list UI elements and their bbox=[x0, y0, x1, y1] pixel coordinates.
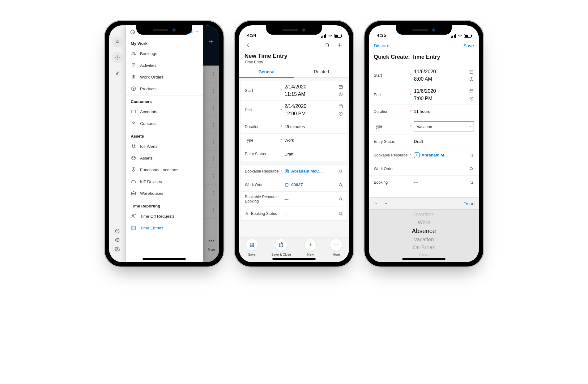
nav-item-time-entries[interactable]: Time Entries bbox=[126, 222, 203, 234]
field-label: Duration bbox=[245, 125, 259, 129]
svg-point-28 bbox=[286, 170, 288, 171]
picker-next[interactable] bbox=[384, 201, 389, 206]
phone-frame-1: ＋ More bbox=[104, 20, 224, 267]
signal-icon bbox=[451, 34, 456, 38]
field-end[interactable]: End* 2/14/2020 12:00 PM bbox=[241, 100, 347, 120]
battery-icon bbox=[334, 34, 342, 38]
nav-item-iot-devices[interactable]: IoT Devices bbox=[126, 176, 203, 187]
field-bookable-resource[interactable]: Bookable Resource* Abraham M... bbox=[369, 148, 479, 162]
save-close-button[interactable]: Save & Close bbox=[271, 239, 291, 256]
lookup-icon[interactable] bbox=[469, 166, 474, 171]
field-duration[interactable]: Duration* 45 minutes bbox=[241, 120, 347, 134]
field-value: Abraham M... bbox=[421, 153, 448, 157]
status-right bbox=[321, 34, 342, 38]
add-icon[interactable] bbox=[336, 41, 343, 49]
svg-point-37 bbox=[337, 245, 338, 245]
nav-item-activities[interactable]: Activities bbox=[126, 59, 203, 71]
field-booking[interactable]: Booking --- bbox=[369, 176, 479, 189]
save-button[interactable]: Save bbox=[463, 43, 474, 48]
field-start[interactable]: Start* 2/14/2020 11:15 AM bbox=[241, 81, 347, 100]
picker-option[interactable]: Overtime bbox=[413, 211, 435, 219]
field-start[interactable]: Start* 11/6/2020 8:00 AM bbox=[369, 66, 479, 85]
calendar-icon bbox=[338, 104, 343, 109]
picker-wheel[interactable]: Overtime Work Absence Vacation On Break … bbox=[369, 210, 479, 262]
field-work-order[interactable]: Work Order --- bbox=[369, 162, 479, 176]
lookup-icon[interactable] bbox=[338, 197, 343, 202]
nav-item-products[interactable]: Products bbox=[126, 83, 203, 95]
wifi-icon bbox=[458, 34, 462, 38]
picker-prev[interactable] bbox=[373, 201, 378, 206]
picker-option[interactable]: Vacation bbox=[414, 236, 434, 244]
field-booking-status[interactable]: Booking Status --- bbox=[241, 207, 347, 220]
field-duration[interactable]: Duration* 11 hours bbox=[369, 105, 479, 118]
lookup-icon[interactable] bbox=[338, 169, 343, 174]
tab-general[interactable]: General bbox=[239, 66, 294, 77]
field-type[interactable]: Type* Vacation bbox=[369, 118, 479, 135]
svg-point-16 bbox=[133, 169, 134, 170]
save-button[interactable]: Save bbox=[246, 239, 258, 256]
discard-button[interactable]: Discard bbox=[374, 43, 390, 48]
field-bookable-resource-booking[interactable]: Bookable Resource Booking --- bbox=[241, 192, 347, 207]
lookup-icon[interactable] bbox=[469, 180, 474, 185]
rail-recent-icon[interactable] bbox=[112, 52, 123, 63]
status-right bbox=[451, 34, 472, 38]
calendar-icon bbox=[338, 84, 343, 89]
more-button[interactable]: More bbox=[330, 239, 342, 256]
signal-icon bbox=[321, 34, 326, 38]
nav-item-warehouses[interactable]: Warehouses bbox=[126, 187, 203, 199]
rail-profile-icon[interactable] bbox=[112, 36, 123, 48]
lookup-icon[interactable] bbox=[469, 153, 474, 158]
field-value: Work bbox=[284, 138, 343, 143]
notch bbox=[396, 25, 452, 35]
nav-item-contacts[interactable]: Contacts bbox=[126, 117, 203, 129]
field-entry-status[interactable]: Entry Status Draft bbox=[369, 135, 479, 148]
section-assets: Assets bbox=[126, 131, 203, 140]
picker-option-selected[interactable]: Absence bbox=[412, 227, 436, 236]
type-select[interactable]: Vacation bbox=[414, 122, 474, 131]
button-label: Save bbox=[248, 253, 256, 256]
search-icon[interactable] bbox=[324, 41, 331, 49]
lookup-icon[interactable] bbox=[338, 182, 343, 187]
picker-option[interactable]: Travel bbox=[418, 252, 429, 258]
picker-option[interactable]: Work bbox=[418, 219, 430, 227]
field-value: 11:15 AM bbox=[284, 92, 305, 97]
nav-item-time-off[interactable]: Time Off Requests bbox=[126, 210, 203, 222]
more-icon[interactable]: ··· bbox=[453, 43, 458, 48]
clock-icon bbox=[469, 77, 474, 82]
rail-globe-icon[interactable] bbox=[115, 237, 120, 243]
rail-help-icon[interactable] bbox=[115, 228, 120, 234]
wifi-icon bbox=[328, 34, 333, 38]
new-button[interactable]: New bbox=[304, 239, 317, 256]
warehouses-icon bbox=[131, 190, 136, 196]
resource-icon bbox=[284, 169, 289, 174]
svg-point-35 bbox=[334, 245, 335, 245]
status-time: 4:34 bbox=[247, 32, 256, 38]
lookup-icon[interactable] bbox=[338, 211, 343, 216]
tab-related[interactable]: Related bbox=[294, 66, 349, 77]
assets-icon bbox=[131, 155, 136, 161]
nav-item-iot-alerts[interactable]: IoT Alerts bbox=[126, 140, 203, 152]
nav-item-assets[interactable]: Assets bbox=[126, 152, 203, 164]
rail-settings-icon[interactable] bbox=[115, 246, 120, 252]
back-button[interactable] bbox=[245, 41, 252, 49]
field-bookable-resource[interactable]: Bookable Resource* Abraham McC... bbox=[241, 164, 347, 178]
picker-option[interactable]: On Break bbox=[413, 244, 435, 252]
nav-item-work-orders[interactable]: Work Orders bbox=[126, 71, 203, 83]
svg-point-29 bbox=[339, 170, 342, 172]
nav-item-accounts[interactable]: Accounts bbox=[126, 106, 203, 117]
field-entry-status[interactable]: Entry Status Draft bbox=[241, 147, 347, 161]
rail-pin-icon[interactable] bbox=[112, 67, 123, 79]
nav-item-bookings[interactable]: Bookings bbox=[126, 48, 203, 59]
field-label: End bbox=[374, 93, 381, 97]
field-end[interactable]: End* 11/6/2020 7:00 PM bbox=[369, 85, 479, 105]
svg-point-11 bbox=[133, 122, 134, 124]
picker-done[interactable]: Done bbox=[463, 201, 475, 206]
field-label: Type bbox=[245, 138, 253, 143]
field-label: Entry Status bbox=[245, 152, 266, 156]
field-value: --- bbox=[284, 211, 336, 216]
field-label: Entry Status bbox=[374, 139, 395, 144]
nav-item-functional-locations[interactable]: Functional Locations bbox=[126, 164, 203, 176]
field-work-order[interactable]: Work Order 00027 bbox=[241, 178, 347, 192]
svg-rect-23 bbox=[339, 85, 343, 88]
field-type[interactable]: Type* Work bbox=[241, 134, 347, 147]
